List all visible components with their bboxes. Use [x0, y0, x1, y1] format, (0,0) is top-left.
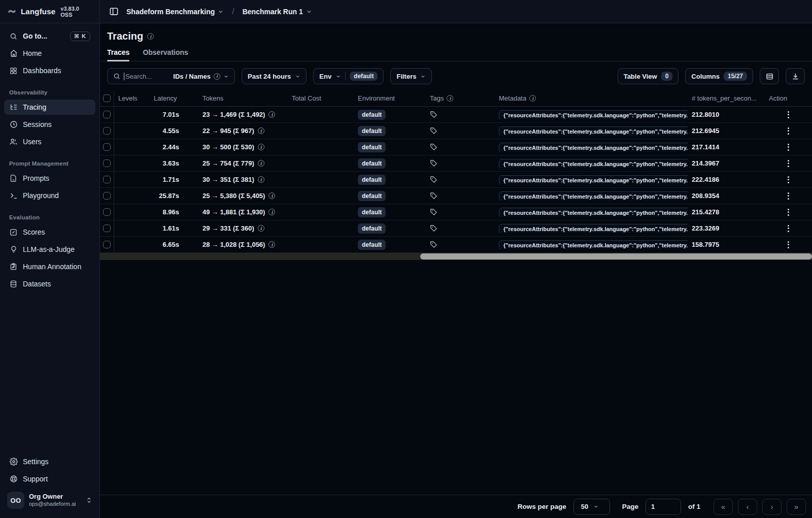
- col-tokens[interactable]: Tokens: [198, 94, 288, 102]
- kebab-menu-icon[interactable]: [769, 160, 808, 167]
- metadata-json[interactable]: {"resourceAttributes":{"telemetry.sdk.la…: [499, 143, 688, 152]
- table-row[interactable]: 25.87s 25 → 5,380 (Σ 5,405) i default {"…: [100, 188, 812, 204]
- table-row[interactable]: 1.71s 30 → 351 (Σ 381) i default {"resou…: [100, 172, 812, 188]
- tag-icon[interactable]: [430, 208, 491, 216]
- metadata-json[interactable]: {"resourceAttributes":{"telemetry.sdk.la…: [499, 191, 688, 201]
- row-checkbox[interactable]: [103, 241, 111, 248]
- tag-icon[interactable]: [430, 192, 491, 200]
- cell-metadata[interactable]: {"resourceAttributes":{"telemetry.sdk.la…: [495, 159, 688, 168]
- kebab-menu-icon[interactable]: [769, 144, 808, 151]
- metadata-json[interactable]: {"resourceAttributes":{"telemetry.sdk.la…: [499, 224, 688, 233]
- col-levels[interactable]: Levels: [114, 94, 150, 102]
- sidebar-item-datasets[interactable]: Datasets: [4, 276, 95, 292]
- row-checkbox[interactable]: [103, 176, 111, 183]
- sidebar-item-home[interactable]: Home: [4, 46, 95, 61]
- col-total-cost[interactable]: Total Cost: [288, 94, 354, 102]
- select-all-checkbox[interactable]: [103, 94, 111, 102]
- row-checkbox[interactable]: [103, 159, 111, 167]
- info-icon[interactable]: i: [258, 160, 264, 167]
- col-tokens-per-second[interactable]: # tokens_per_secon...: [688, 94, 765, 102]
- metadata-json[interactable]: {"resourceAttributes":{"telemetry.sdk.la…: [499, 175, 688, 184]
- kebab-menu-icon[interactable]: [769, 127, 808, 135]
- info-icon[interactable]: i: [258, 127, 264, 134]
- sidebar-item-tracing[interactable]: Tracing: [4, 100, 95, 115]
- kebab-menu-icon[interactable]: [769, 209, 808, 216]
- table-row[interactable]: 2.44s 30 → 500 (Σ 530) i default {"resou…: [100, 139, 812, 155]
- cell-metadata[interactable]: {"resourceAttributes":{"telemetry.sdk.la…: [495, 224, 688, 233]
- sidebar-item-settings[interactable]: Settings: [4, 454, 95, 469]
- cell-tags[interactable]: [426, 176, 495, 183]
- sidebar-toggle-icon[interactable]: [107, 5, 120, 18]
- tab-observations[interactable]: Observations: [143, 48, 188, 61]
- env-filter-dropdown[interactable]: Env default: [313, 68, 384, 84]
- row-checkbox[interactable]: [103, 192, 111, 200]
- tag-icon[interactable]: [430, 111, 491, 118]
- metadata-json[interactable]: {"resourceAttributes":{"telemetry.sdk.la…: [499, 240, 688, 249]
- col-tags[interactable]: Tags i: [426, 94, 495, 102]
- row-checkbox[interactable]: [103, 143, 111, 151]
- table-row[interactable]: 1.61s 29 → 331 (Σ 360) i default {"resou…: [100, 220, 812, 237]
- table-row[interactable]: 4.55s 22 → 945 (Σ 967) i default {"resou…: [100, 123, 812, 139]
- cell-metadata[interactable]: {"resourceAttributes":{"telemetry.sdk.la…: [495, 143, 688, 152]
- breadcrumb-run[interactable]: Benchmark Run 1: [243, 8, 312, 16]
- sidebar-item-prompts[interactable]: Prompts: [4, 171, 95, 186]
- cell-tags[interactable]: [426, 143, 495, 151]
- scrollbar-thumb[interactable]: [420, 253, 812, 260]
- cell-tags[interactable]: [426, 241, 495, 248]
- user-menu[interactable]: OO Org Owner ops@shadeform.ai: [4, 489, 95, 512]
- metadata-json[interactable]: {"resourceAttributes":{"telemetry.sdk.la…: [499, 208, 688, 217]
- page-info-icon[interactable]: i: [147, 33, 154, 40]
- row-checkbox[interactable]: [103, 224, 111, 232]
- sidebar-item-dashboards[interactable]: Dashboards: [4, 63, 95, 78]
- tab-traces[interactable]: Traces: [107, 48, 129, 61]
- cell-metadata[interactable]: {"resourceAttributes":{"telemetry.sdk.la…: [495, 126, 688, 136]
- goto-search[interactable]: Go to... ⌘ K: [4, 28, 95, 44]
- kebab-menu-icon[interactable]: [769, 192, 808, 200]
- row-checkbox[interactable]: [103, 127, 111, 135]
- col-metadata[interactable]: Metadata i: [495, 94, 688, 102]
- prev-page-button[interactable]: ‹: [738, 499, 757, 515]
- cell-tags[interactable]: [426, 159, 495, 167]
- columns-button[interactable]: Columns 15/27: [685, 68, 753, 84]
- metadata-json[interactable]: {"resourceAttributes":{"telemetry.sdk.la…: [499, 126, 688, 136]
- sidebar-item-human-annotation[interactable]: Human Annotation: [4, 259, 95, 274]
- export-button[interactable]: [786, 68, 805, 84]
- time-range-dropdown[interactable]: Past 24 hours: [242, 68, 307, 84]
- filters-dropdown[interactable]: Filters: [390, 68, 432, 84]
- tag-icon[interactable]: [430, 159, 491, 167]
- kebab-menu-icon[interactable]: [769, 176, 808, 183]
- cell-metadata[interactable]: {"resourceAttributes":{"telemetry.sdk.la…: [495, 191, 688, 201]
- info-icon[interactable]: i: [258, 176, 264, 183]
- table-row[interactable]: 3.63s 25 → 754 (Σ 779) i default {"resou…: [100, 155, 812, 172]
- sidebar-item-llm-as-a-judge[interactable]: LLM-as-a-Judge: [4, 242, 95, 257]
- breadcrumb-project[interactable]: Shadeform Benchmarking: [126, 8, 224, 16]
- metadata-json[interactable]: {"resourceAttributes":{"telemetry.sdk.la…: [499, 110, 688, 119]
- table-row[interactable]: 8.96s 49 → 1,881 (Σ 1,930) i default {"r…: [100, 204, 812, 220]
- cell-tags[interactable]: [426, 192, 495, 200]
- first-page-button[interactable]: «: [714, 499, 733, 515]
- cell-metadata[interactable]: {"resourceAttributes":{"telemetry.sdk.la…: [495, 175, 688, 184]
- info-icon[interactable]: i: [258, 144, 264, 150]
- sidebar-item-playground[interactable]: Playground: [4, 188, 95, 203]
- cell-metadata[interactable]: {"resourceAttributes":{"telemetry.sdk.la…: [495, 240, 688, 249]
- table-view-button[interactable]: Table View 0: [618, 68, 679, 84]
- tag-icon[interactable]: [430, 224, 491, 232]
- cell-tags[interactable]: [426, 127, 495, 135]
- sidebar-item-scores[interactable]: Scores: [4, 224, 95, 240]
- info-icon[interactable]: i: [268, 192, 275, 199]
- col-latency[interactable]: Latency: [150, 94, 198, 102]
- table-row[interactable]: 7.01s 23 → 1,469 (Σ 1,492) i default {"r…: [100, 107, 812, 123]
- tag-icon[interactable]: [430, 127, 491, 135]
- info-icon[interactable]: i: [268, 241, 275, 248]
- page-number-input[interactable]: [646, 499, 681, 515]
- kebab-menu-icon[interactable]: [769, 111, 808, 118]
- tag-icon[interactable]: [430, 143, 491, 151]
- cell-tags[interactable]: [426, 224, 495, 232]
- kebab-menu-icon[interactable]: [769, 225, 808, 232]
- metadata-json[interactable]: {"resourceAttributes":{"telemetry.sdk.la…: [499, 159, 688, 168]
- horizontal-scrollbar[interactable]: [100, 253, 812, 260]
- info-icon[interactable]: i: [268, 209, 275, 215]
- row-checkbox[interactable]: [103, 111, 111, 118]
- kebab-menu-icon[interactable]: [769, 241, 808, 248]
- next-page-button[interactable]: ›: [762, 499, 782, 515]
